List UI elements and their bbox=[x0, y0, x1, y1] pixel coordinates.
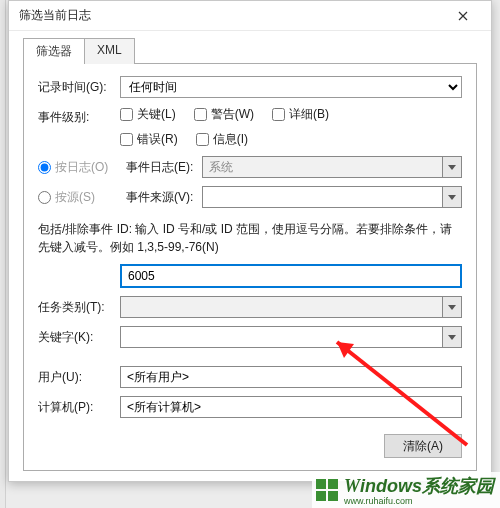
watermark-logo-icon bbox=[314, 477, 340, 503]
chk-verbose[interactable]: 详细(B) bbox=[272, 106, 329, 123]
eventsource-combo[interactable] bbox=[202, 186, 462, 208]
chk-warning[interactable]: 警告(W) bbox=[194, 106, 254, 123]
eventsource-dropdown-button[interactable] bbox=[442, 186, 462, 208]
tab-filter[interactable]: 筛选器 bbox=[23, 38, 85, 64]
close-icon bbox=[458, 11, 468, 21]
row-logged: 记录时间(G): 任何时间 bbox=[38, 76, 462, 98]
row-id bbox=[38, 264, 462, 288]
eventlog-value: 系统 bbox=[202, 156, 442, 178]
chevron-down-icon bbox=[448, 195, 456, 200]
titlebar: 筛选当前日志 bbox=[9, 1, 491, 31]
label-computer: 计算机(P): bbox=[38, 399, 120, 416]
eventlog-combo[interactable]: 系统 bbox=[202, 156, 462, 178]
chk-error-box[interactable] bbox=[120, 133, 133, 146]
keywords-value bbox=[120, 326, 442, 348]
eventlog-dropdown-button[interactable] bbox=[442, 156, 462, 178]
label-eventsource: 事件来源(V): bbox=[120, 189, 202, 206]
keywords-combo[interactable] bbox=[120, 326, 462, 348]
clear-button[interactable]: 清除(A) bbox=[384, 434, 462, 458]
event-id-input[interactable] bbox=[120, 264, 462, 288]
background-sliver bbox=[0, 0, 6, 508]
id-hint: 包括/排除事件 ID: 输入 ID 号和/或 ID 范围，使用逗号分隔。若要排除… bbox=[38, 220, 462, 256]
window-title: 筛选当前日志 bbox=[19, 7, 443, 24]
svg-rect-3 bbox=[328, 479, 338, 489]
chevron-down-icon bbox=[448, 305, 456, 310]
level-checks: 关键(L) 警告(W) 详细(B) 错误(R) 信息(I) bbox=[120, 106, 462, 148]
button-bar: 清除(A) bbox=[38, 434, 462, 458]
logged-combo[interactable]: 任何时间 bbox=[120, 76, 462, 98]
keywords-dropdown-button[interactable] bbox=[442, 326, 462, 348]
chk-information[interactable]: 信息(I) bbox=[196, 131, 248, 148]
row-bysource: 按源(S) 事件来源(V): bbox=[38, 186, 462, 208]
label-eventlog: 事件日志(E): bbox=[120, 159, 202, 176]
label-level: 事件级别: bbox=[38, 106, 120, 126]
filter-dialog: 筛选当前日志 筛选器 XML 记录时间(G): 任何时间 事件级别: 关键(L)… bbox=[8, 0, 492, 482]
chk-verbose-box[interactable] bbox=[272, 108, 285, 121]
label-user: 用户(U): bbox=[38, 369, 120, 386]
user-input[interactable] bbox=[120, 366, 462, 388]
watermark-text: Windows系统家园 www.ruhaifu.com bbox=[344, 474, 494, 506]
eventsource-value bbox=[202, 186, 442, 208]
svg-rect-2 bbox=[316, 479, 326, 489]
tab-strip: 筛选器 XML bbox=[9, 31, 491, 63]
row-bylog: 按日志(O) 事件日志(E): 系统 bbox=[38, 156, 462, 178]
tab-page: 记录时间(G): 任何时间 事件级别: 关键(L) 警告(W) 详细(B) 错误… bbox=[23, 63, 477, 471]
label-logged: 记录时间(G): bbox=[38, 79, 120, 96]
chevron-down-icon bbox=[448, 335, 456, 340]
close-button[interactable] bbox=[443, 3, 483, 29]
radio-bysource[interactable]: 按源(S) bbox=[38, 189, 95, 206]
task-value bbox=[120, 296, 442, 318]
watermark: Windows系统家园 www.ruhaifu.com bbox=[312, 472, 500, 508]
row-computer: 计算机(P): bbox=[38, 396, 462, 418]
row-keywords: 关键字(K): bbox=[38, 326, 462, 348]
label-keywords: 关键字(K): bbox=[38, 329, 120, 346]
radio-bysource-input[interactable] bbox=[38, 191, 51, 204]
chk-critical[interactable]: 关键(L) bbox=[120, 106, 176, 123]
radio-bylog-input[interactable] bbox=[38, 161, 51, 174]
label-task: 任务类别(T): bbox=[38, 299, 120, 316]
computer-input[interactable] bbox=[120, 396, 462, 418]
tab-xml[interactable]: XML bbox=[84, 38, 135, 64]
chk-information-box[interactable] bbox=[196, 133, 209, 146]
chk-warning-box[interactable] bbox=[194, 108, 207, 121]
row-level: 事件级别: 关键(L) 警告(W) 详细(B) 错误(R) 信息(I) bbox=[38, 106, 462, 148]
row-task: 任务类别(T): bbox=[38, 296, 462, 318]
chevron-down-icon bbox=[448, 165, 456, 170]
row-user: 用户(U): bbox=[38, 366, 462, 388]
task-dropdown-button[interactable] bbox=[442, 296, 462, 318]
chk-error[interactable]: 错误(R) bbox=[120, 131, 178, 148]
svg-rect-4 bbox=[316, 491, 326, 501]
task-combo[interactable] bbox=[120, 296, 462, 318]
radio-bylog[interactable]: 按日志(O) bbox=[38, 159, 108, 176]
svg-rect-5 bbox=[328, 491, 338, 501]
chk-critical-box[interactable] bbox=[120, 108, 133, 121]
